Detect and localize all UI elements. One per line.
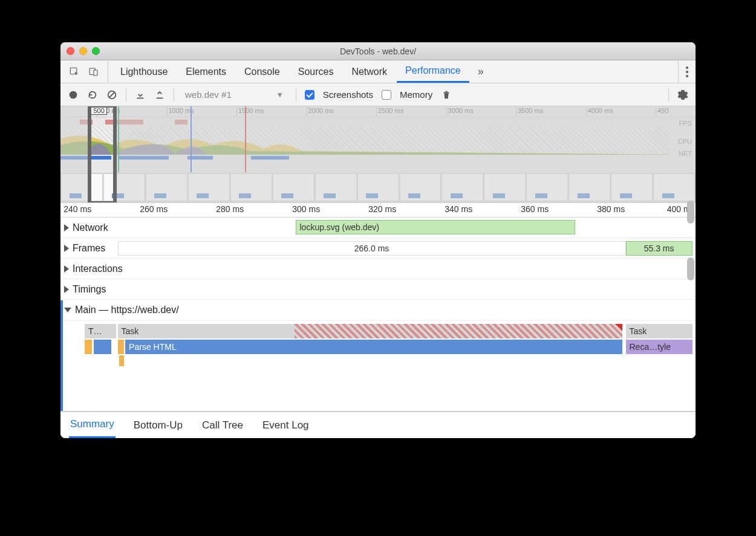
net-label: NET	[670, 147, 696, 160]
filmstrip-thumb[interactable]	[569, 173, 610, 201]
collapse-icon[interactable]	[64, 308, 71, 312]
filmstrip-thumb[interactable]	[400, 173, 442, 201]
divider	[296, 88, 296, 102]
overview-viewport-handle[interactable]	[89, 106, 116, 202]
marker-load	[245, 106, 246, 172]
toggle-device-icon[interactable]	[88, 66, 99, 77]
main-flame-chart[interactable]: T… Task Task Parse HTML Reca…tyle	[60, 320, 696, 411]
tab-performance[interactable]: Performance	[397, 60, 469, 83]
filmstrip-thumb[interactable]	[442, 173, 483, 201]
vertical-scroll-thumb[interactable]	[687, 257, 694, 280]
overview-tick: 1500 ms	[238, 107, 264, 114]
track-label: Interactions	[73, 263, 123, 274]
svg-rect-6	[137, 97, 144, 98]
filmstrip[interactable]	[60, 172, 696, 202]
tab-console[interactable]: Console	[236, 60, 288, 83]
expand-icon[interactable]	[64, 265, 69, 273]
traffic-lights	[67, 47, 100, 55]
ruler-tick: 280 ms	[216, 204, 244, 214]
frame-duration: 266.0 ms	[354, 244, 389, 253]
tab-summary[interactable]: Summary	[69, 412, 116, 438]
tab-call-tree[interactable]: Call Tree	[201, 412, 244, 438]
svg-rect-7	[157, 97, 163, 98]
network-request-label: lockup.svg (web.dev)	[300, 222, 380, 232]
inspect-element-icon[interactable]	[69, 66, 80, 77]
divider	[126, 88, 126, 102]
network-track[interactable]: Network lockup.svg (web.dev)	[60, 218, 696, 238]
clear-button[interactable]	[106, 89, 117, 100]
long-task-flag-icon	[615, 324, 622, 331]
chevron-down-icon[interactable]: ▼	[276, 91, 284, 99]
ruler-tick: 320 ms	[368, 204, 396, 214]
fps-label: FPS	[670, 117, 696, 129]
filmstrip-thumb[interactable]	[357, 173, 399, 201]
overview-tick: 3000 ms	[448, 107, 474, 114]
filmstrip-thumb[interactable]	[526, 173, 568, 201]
divider	[174, 88, 174, 102]
fps-lane	[60, 117, 696, 127]
titlebar: DevTools - web.dev/	[60, 42, 696, 60]
svg-point-3	[70, 91, 77, 98]
minimize-window-button[interactable]	[79, 47, 87, 55]
selection-indicator	[60, 300, 63, 411]
network-request-bar[interactable]: lockup.svg (web.dev)	[296, 220, 575, 234]
timings-track[interactable]: Timings	[60, 279, 696, 300]
overview-timeline[interactable]: 500 ms 1000 ms 1500 ms 2000 ms 2500 ms 3…	[60, 106, 696, 203]
ruler-tick: 260 ms	[140, 204, 168, 214]
kebab-menu-icon[interactable]	[686, 66, 688, 77]
expand-icon[interactable]	[64, 286, 69, 293]
filmstrip-thumb[interactable]	[188, 173, 230, 201]
trash-icon[interactable]	[441, 89, 452, 100]
tracks-panel: Network lockup.svg (web.dev) Frames 266.…	[60, 218, 696, 412]
tab-elements[interactable]: Elements	[177, 60, 235, 83]
recording-selector[interactable]: web.dev #1	[183, 89, 268, 100]
track-label: Network	[73, 222, 108, 233]
record-button[interactable]	[68, 89, 79, 100]
ruler-tick: 360 ms	[521, 204, 549, 214]
filmstrip-thumb[interactable]	[484, 173, 526, 201]
load-profile-button[interactable]	[135, 89, 146, 100]
tab-lighthouse[interactable]: Lighthouse	[112, 60, 176, 83]
frame-duration: 55.3 ms	[644, 244, 674, 253]
filmstrip-thumb[interactable]	[653, 173, 695, 201]
screenshots-label: Screenshots	[323, 89, 373, 100]
memory-label: Memory	[400, 89, 432, 100]
filmstrip-thumb[interactable]	[273, 173, 314, 201]
flame-bar[interactable]	[119, 355, 124, 366]
track-label: Main — https://web.dev/	[75, 305, 179, 315]
filmstrip-thumb[interactable]	[146, 173, 187, 201]
tab-event-log[interactable]: Event Log	[261, 412, 310, 438]
zoom-window-button[interactable]	[92, 47, 100, 55]
net-lane	[60, 155, 696, 161]
viewport-handle-right[interactable]	[113, 106, 117, 202]
window-title: DevTools - web.dev/	[60, 47, 696, 56]
svg-rect-2	[94, 70, 97, 76]
filmstrip-thumb[interactable]	[315, 173, 357, 201]
frames-track[interactable]: Frames 266.0 ms 55.3 ms	[60, 238, 696, 259]
screenshots-checkbox[interactable]	[305, 90, 314, 100]
tab-network[interactable]: Network	[343, 60, 396, 83]
memory-checkbox[interactable]	[382, 90, 391, 100]
main-track-header[interactable]: Main — https://web.dev/	[60, 300, 696, 320]
task-label: Task	[122, 326, 139, 336]
overview-lanes	[60, 117, 696, 172]
reload-record-button[interactable]	[87, 89, 98, 100]
close-window-button[interactable]	[67, 47, 74, 55]
tab-bottom-up[interactable]: Bottom-Up	[132, 412, 184, 438]
cpu-label: CPU	[670, 129, 696, 147]
filmstrip-thumb[interactable]	[230, 173, 272, 201]
tab-sources[interactable]: Sources	[290, 60, 342, 83]
frame-bar[interactable]: 266.0 ms	[118, 241, 626, 256]
gear-icon[interactable]	[677, 89, 688, 100]
expand-icon[interactable]	[64, 245, 69, 252]
interactions-track[interactable]: Interactions	[60, 259, 696, 279]
marker-dcl	[191, 106, 192, 172]
frame-bar[interactable]: 55.3 ms	[626, 241, 692, 256]
viewport-handle-left[interactable]	[88, 106, 91, 202]
marker-fcp	[118, 106, 119, 172]
more-tabs-button[interactable]: »	[471, 65, 491, 78]
cpu-lane	[60, 127, 696, 155]
save-profile-button[interactable]	[154, 89, 165, 100]
expand-icon[interactable]	[64, 224, 69, 231]
filmstrip-thumb[interactable]	[611, 173, 653, 201]
